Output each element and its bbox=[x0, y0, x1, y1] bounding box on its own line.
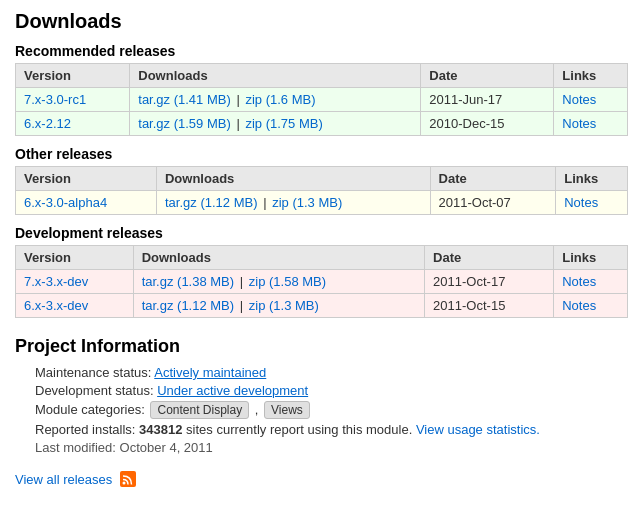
tar-link-alpha4[interactable]: tar.gz (1.12 MB) bbox=[165, 195, 258, 210]
reported-installs: Reported installs: 343812 sites currentl… bbox=[35, 422, 628, 437]
notes-link-6x212[interactable]: Notes bbox=[562, 116, 596, 131]
notes-link-6xdev[interactable]: Notes bbox=[562, 298, 596, 313]
recommended-releases-heading: Recommended releases bbox=[15, 43, 628, 59]
separator: | bbox=[236, 116, 239, 131]
maintenance-value-link[interactable]: Actively maintained bbox=[154, 365, 266, 380]
table-row: 7.x-3.0-rc1 tar.gz (1.41 MB) | zip (1.6 … bbox=[16, 88, 628, 112]
zip-link-rc1[interactable]: zip (1.6 MB) bbox=[245, 92, 315, 107]
tar-link-6xdev[interactable]: tar.gz (1.12 MB) bbox=[142, 298, 235, 313]
view-all-releases-link[interactable]: View all releases bbox=[15, 472, 112, 487]
page-title: Downloads bbox=[15, 10, 628, 33]
separator: | bbox=[240, 274, 243, 289]
zip-link-6x212[interactable]: zip (1.75 MB) bbox=[245, 116, 322, 131]
installs-text: sites currently report using this module… bbox=[186, 422, 412, 437]
separator: | bbox=[236, 92, 239, 107]
tar-link-rc1[interactable]: tar.gz (1.41 MB) bbox=[138, 92, 231, 107]
development-releases-table: Version Downloads Date Links 7.x-3.x-dev… bbox=[15, 245, 628, 318]
separator: | bbox=[240, 298, 243, 313]
modified-label: Last modified: bbox=[35, 440, 116, 455]
tag-content-display[interactable]: Content Display bbox=[150, 401, 249, 419]
table-row: 7.x-3.x-dev tar.gz (1.38 MB) | zip (1.58… bbox=[16, 270, 628, 294]
version-link-alpha4[interactable]: 6.x-3.0-alpha4 bbox=[24, 195, 107, 210]
table-row: 6.x-3.0-alpha4 tar.gz (1.12 MB) | zip (1… bbox=[16, 191, 628, 215]
svg-rect-0 bbox=[120, 471, 136, 487]
table-row: 6.x-2.12 tar.gz (1.59 MB) | zip (1.75 MB… bbox=[16, 112, 628, 136]
col-downloads: Downloads bbox=[156, 167, 430, 191]
modified-date: October 4, 2011 bbox=[120, 440, 213, 455]
usage-stats-link[interactable]: View usage statistics. bbox=[416, 422, 540, 437]
col-links: Links bbox=[556, 167, 628, 191]
col-downloads: Downloads bbox=[130, 64, 421, 88]
zip-link-7xdev[interactable]: zip (1.58 MB) bbox=[249, 274, 326, 289]
development-value-link[interactable]: Under active development bbox=[157, 383, 308, 398]
col-downloads: Downloads bbox=[133, 246, 424, 270]
tar-link-6x212[interactable]: tar.gz (1.59 MB) bbox=[138, 116, 231, 131]
maintenance-label: Maintenance status: bbox=[35, 365, 151, 380]
module-label: Module categories: bbox=[35, 402, 145, 417]
development-status: Development status: Under active develop… bbox=[35, 383, 628, 398]
col-version: Version bbox=[16, 167, 157, 191]
zip-link-alpha4[interactable]: zip (1.3 MB) bbox=[272, 195, 342, 210]
development-releases-heading: Development releases bbox=[15, 225, 628, 241]
date-6x212: 2010-Dec-15 bbox=[421, 112, 554, 136]
table-row: 6.x-3.x-dev tar.gz (1.12 MB) | zip (1.3 … bbox=[16, 294, 628, 318]
tar-link-7xdev[interactable]: tar.gz (1.38 MB) bbox=[142, 274, 235, 289]
version-link-7xdev[interactable]: 7.x-3.x-dev bbox=[24, 274, 88, 289]
project-info-content: Maintenance status: Actively maintained … bbox=[35, 365, 628, 455]
col-version: Version bbox=[16, 246, 134, 270]
installs-label: Reported installs: bbox=[35, 422, 135, 437]
col-version: Version bbox=[16, 64, 130, 88]
rss-icon bbox=[120, 471, 136, 487]
last-modified: Last modified: October 4, 2011 bbox=[35, 440, 628, 455]
date-alpha4: 2011-Oct-07 bbox=[430, 191, 556, 215]
svg-point-1 bbox=[123, 482, 126, 485]
col-date: Date bbox=[430, 167, 556, 191]
footer-row: View all releases bbox=[15, 471, 628, 487]
col-date: Date bbox=[425, 246, 554, 270]
project-info-section: Project Information Maintenance status: … bbox=[15, 336, 628, 455]
version-link-6xdev[interactable]: 6.x-3.x-dev bbox=[24, 298, 88, 313]
date-6xdev: 2011-Oct-15 bbox=[425, 294, 554, 318]
other-releases-table: Version Downloads Date Links 6.x-3.0-alp… bbox=[15, 166, 628, 215]
notes-link-alpha4[interactable]: Notes bbox=[564, 195, 598, 210]
maintenance-status: Maintenance status: Actively maintained bbox=[35, 365, 628, 380]
col-date: Date bbox=[421, 64, 554, 88]
notes-link-rc1[interactable]: Notes bbox=[562, 92, 596, 107]
col-links: Links bbox=[554, 64, 628, 88]
tag-views[interactable]: Views bbox=[264, 401, 310, 419]
installs-count: 343812 bbox=[139, 422, 182, 437]
project-info-title: Project Information bbox=[15, 336, 628, 357]
notes-link-7xdev[interactable]: Notes bbox=[562, 274, 596, 289]
module-categories: Module categories: Content Display , Vie… bbox=[35, 401, 628, 419]
date-7xdev: 2011-Oct-17 bbox=[425, 270, 554, 294]
development-label: Development status: bbox=[35, 383, 154, 398]
col-links: Links bbox=[554, 246, 628, 270]
zip-link-6xdev[interactable]: zip (1.3 MB) bbox=[249, 298, 319, 313]
recommended-releases-table: Version Downloads Date Links 7.x-3.0-rc1… bbox=[15, 63, 628, 136]
separator: | bbox=[263, 195, 266, 210]
version-link-rc1[interactable]: 7.x-3.0-rc1 bbox=[24, 92, 86, 107]
other-releases-heading: Other releases bbox=[15, 146, 628, 162]
version-link-6x212[interactable]: 6.x-2.12 bbox=[24, 116, 71, 131]
date-rc1: 2011-Jun-17 bbox=[421, 88, 554, 112]
